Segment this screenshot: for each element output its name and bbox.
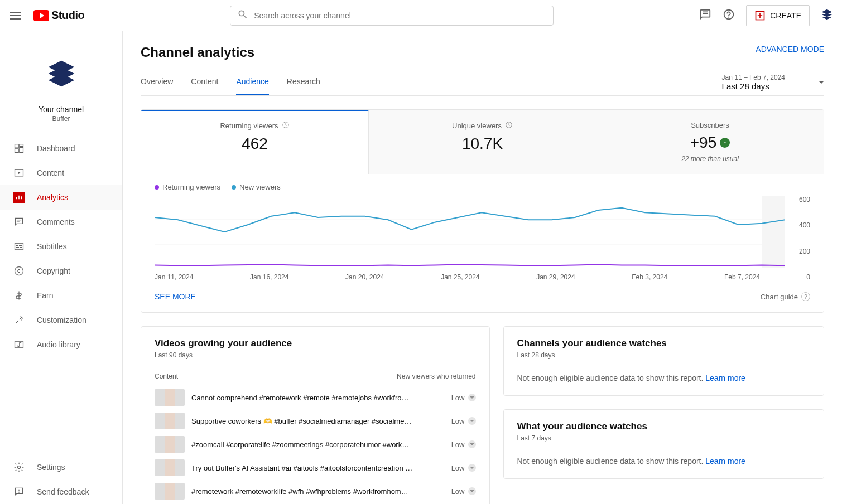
learn-more-link[interactable]: Learn more	[705, 457, 745, 466]
sidebar-item-settings[interactable]: Settings	[0, 455, 122, 479]
sidebar-item-label: Analytics	[37, 193, 68, 202]
table-row[interactable]: #zoomcall #corporatelife #zoommeetings #…	[155, 433, 476, 456]
help-icon[interactable]	[723, 8, 735, 22]
tab-audience[interactable]: Audience	[236, 69, 268, 95]
chat-icon[interactable]	[699, 8, 711, 22]
sidebar-item-label: Settings	[37, 463, 65, 472]
sidebar-item-label: Content	[37, 168, 64, 177]
copyright-icon	[13, 265, 25, 277]
row-metric: Low	[451, 417, 476, 425]
studio-logo[interactable]: Studio	[33, 9, 84, 22]
video-title: Try out Buffer's AI Assistant #ai #aitoo…	[191, 464, 445, 472]
row-metric: Low	[451, 487, 476, 496]
metric-icon	[468, 440, 476, 448]
tab-research[interactable]: Research	[287, 69, 320, 95]
settings-icon	[13, 462, 25, 473]
viewers-chart	[155, 196, 785, 268]
metric-icon	[468, 487, 476, 495]
sidebar-item-earn[interactable]: Earn	[0, 283, 122, 308]
sidebar-item-customization[interactable]: Customization	[0, 308, 122, 332]
search-icon	[237, 9, 248, 22]
tab-overview[interactable]: Overview	[141, 69, 173, 95]
video-title: Supportive coworkers 🫶 #buffer #socialme…	[191, 417, 445, 425]
sidebar-item-copyright[interactable]: Copyright	[0, 259, 122, 283]
account-icon[interactable]	[821, 8, 833, 22]
sidebar-item-label: Earn	[37, 291, 54, 300]
main-content: Channel analytics ADVANCED MODE Overview…	[123, 31, 842, 504]
info-icon	[282, 121, 290, 130]
info-icon	[505, 121, 513, 130]
page-title: Channel analytics	[141, 45, 254, 60]
menu-icon[interactable]	[9, 9, 22, 22]
channel-block[interactable]: Your channel Buffer	[0, 40, 122, 136]
what-audience-watches-card: What your audience watches Last 7 days N…	[503, 409, 825, 479]
svg-rect-16	[762, 196, 785, 268]
video-thumbnail	[155, 459, 185, 476]
see-more-link[interactable]: SEE MORE	[155, 292, 196, 301]
sidebar-item-subtitles[interactable]: Subtitles	[0, 234, 122, 259]
sidebar-item-send-feedback[interactable]: Send feedback	[0, 479, 122, 504]
row-metric: Low	[451, 464, 476, 472]
sidebar-item-label: Comments	[37, 217, 75, 226]
col-content: Content	[155, 372, 178, 380]
card-sub: Last 90 days	[155, 351, 476, 359]
sidebar-item-dashboard[interactable]: Dashboard	[0, 136, 122, 161]
create-button[interactable]: CREATE	[746, 5, 810, 26]
svg-point-4	[15, 267, 23, 275]
card-title: What your audience watches	[517, 421, 811, 432]
svg-point-7	[21, 319, 22, 321]
stat-tab-subscribers[interactable]: Subscribers+95↑22 more than usual	[596, 110, 824, 174]
card-sub: Last 7 days	[517, 434, 811, 442]
date-range-picker[interactable]: Jan 11 – Feb 7, 2024 Last 28 days	[722, 74, 824, 95]
help-circle-icon: ?	[801, 292, 810, 301]
stat-tab-returning-viewers[interactable]: Returning viewers462	[141, 109, 369, 174]
col-returned: New viewers who returned	[397, 372, 475, 380]
comments-icon	[13, 216, 25, 227]
metric-icon	[468, 417, 476, 425]
channel-name: Buffer	[0, 115, 122, 123]
sidebar-item-content[interactable]: Content	[0, 161, 122, 185]
search-box[interactable]	[230, 6, 554, 26]
stat-tab-unique-viewers[interactable]: Unique viewers10.7K	[369, 110, 596, 174]
svg-rect-3	[15, 243, 23, 250]
app-header: Studio CREATE	[0, 0, 842, 31]
sidebar-item-label: Copyright	[37, 266, 70, 275]
sidebar-item-label: Customization	[37, 316, 86, 324]
content-icon	[13, 167, 25, 178]
sidebar-item-label: Audio library	[37, 340, 80, 349]
table-row[interactable]: Supportive coworkers 🫶 #buffer #socialme…	[155, 409, 476, 433]
svg-point-5	[21, 316, 22, 317]
card-body-text: Not enough eligible audience data to sho…	[517, 457, 704, 466]
sidebar-item-label: Send feedback	[37, 487, 89, 496]
sidebar-item-comments[interactable]: Comments	[0, 210, 122, 234]
table-row[interactable]: Try out Buffer's AI Assistant #ai #aitoo…	[155, 456, 476, 479]
card-sub: Last 28 days	[517, 351, 811, 359]
tab-content[interactable]: Content	[191, 69, 218, 95]
card-body-text: Not enough eligible audience data to sho…	[517, 374, 704, 382]
chart-guide[interactable]: Chart guide ?	[761, 292, 810, 301]
date-label: Last 28 days	[722, 81, 785, 91]
card-title: Videos growing your audience	[155, 338, 476, 349]
earn-icon	[13, 290, 25, 301]
sidebar-item-label: Subtitles	[37, 242, 67, 251]
table-row[interactable]: Cannot comprehend #remotework #remote #r…	[155, 386, 476, 409]
video-title: #remotework #remoteworklife #wfh #wfhpro…	[191, 487, 445, 496]
advanced-mode-link[interactable]: ADVANCED MODE	[756, 45, 824, 54]
sidebar-item-audio-library[interactable]: Audio library	[0, 332, 122, 357]
feedback-icon	[13, 486, 25, 497]
stats-card: Returning viewers462Unique viewers10.7KS…	[141, 109, 824, 313]
metric-icon	[468, 464, 476, 472]
video-thumbnail	[155, 389, 185, 406]
sidebar-item-label: Dashboard	[37, 144, 75, 153]
learn-more-link[interactable]: Learn more	[705, 374, 745, 382]
sidebar-item-analytics[interactable]: Analytics	[0, 185, 122, 210]
sidebar: Your channel Buffer DashboardContentAnal…	[0, 31, 123, 504]
your-channel-label: Your channel	[0, 105, 122, 114]
search-input[interactable]	[254, 11, 546, 20]
video-thumbnail	[155, 413, 185, 429]
table-row[interactable]: #remotework #remoteworklife #wfh #wfhpro…	[155, 479, 476, 503]
video-thumbnail	[155, 436, 185, 453]
video-title: #zoomcall #corporatelife #zoommeetings #…	[191, 440, 445, 449]
card-title: Channels your audience watches	[517, 338, 811, 349]
legend-item: New viewers	[232, 183, 281, 191]
